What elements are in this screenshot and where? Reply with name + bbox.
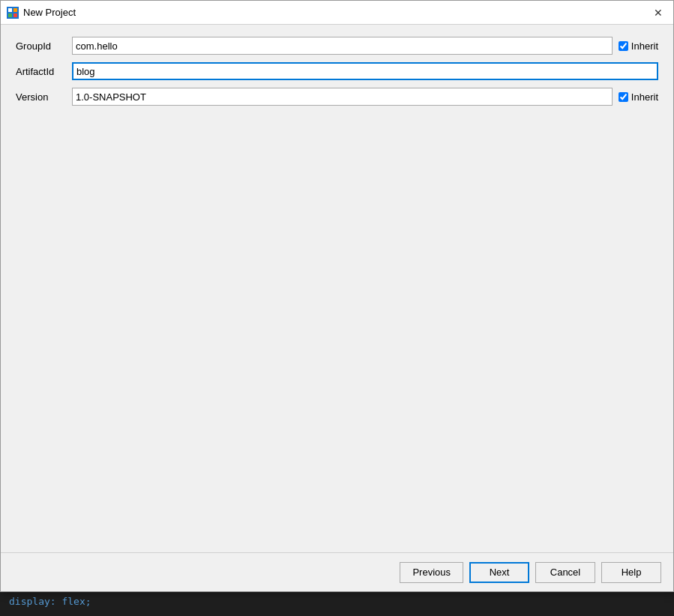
artifactid-label: ArtifactId xyxy=(16,66,72,77)
next-button[interactable]: Next xyxy=(469,562,529,583)
title-bar: New Project ✕ xyxy=(1,1,673,25)
dialog-title: New Project xyxy=(23,7,649,18)
new-project-dialog: New Project ✕ GroupId Inherit ArtifactId xyxy=(0,0,674,592)
svg-rect-1 xyxy=(8,8,12,12)
svg-rect-4 xyxy=(13,13,17,17)
dialog-icon xyxy=(7,7,19,19)
groupid-label: GroupId xyxy=(16,40,72,52)
groupid-inherit-label: Inherit xyxy=(631,40,658,52)
version-label: Version xyxy=(16,91,72,103)
artifactid-input[interactable] xyxy=(72,62,658,80)
groupid-input[interactable] xyxy=(72,37,613,55)
groupid-row: GroupId Inherit xyxy=(16,37,658,55)
version-row: Version Inherit xyxy=(16,88,658,106)
groupid-inherit-checkbox-container: Inherit xyxy=(619,40,658,52)
svg-rect-3 xyxy=(8,13,12,17)
groupid-inherit-checkbox[interactable] xyxy=(619,41,628,51)
artifactid-row: ArtifactId xyxy=(16,62,658,80)
code-text: display: flex; xyxy=(9,596,91,607)
dialog-content: GroupId Inherit ArtifactId Version Inher… xyxy=(1,25,673,552)
version-inherit-label: Inherit xyxy=(631,91,658,103)
version-input[interactable] xyxy=(72,88,613,106)
close-button[interactable]: ✕ xyxy=(649,4,667,22)
dialog-footer: Previous Next Cancel Help xyxy=(1,552,673,591)
dialog-overlay: display: flex; New Project ✕ Group xyxy=(0,0,674,616)
svg-rect-2 xyxy=(13,8,17,12)
cancel-button[interactable]: Cancel xyxy=(535,562,595,583)
version-inherit-checkbox[interactable] xyxy=(619,92,628,102)
help-button[interactable]: Help xyxy=(601,562,661,583)
version-inherit-checkbox-container: Inherit xyxy=(619,91,658,103)
previous-button[interactable]: Previous xyxy=(400,562,463,583)
